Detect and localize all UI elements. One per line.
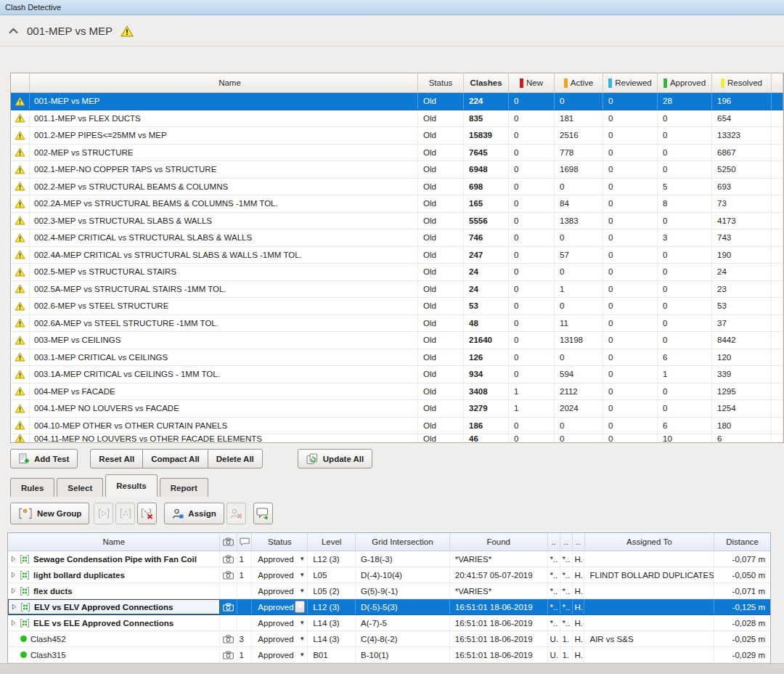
results-column-header-found[interactable]: Found <box>450 533 548 551</box>
results-column-header-grid-intersection[interactable]: Grid Intersection <box>356 533 450 551</box>
results-column-header-dots-2[interactable]: .. <box>560 533 573 551</box>
clash-test-row[interactable]: 002.2A-MEP vs STRUCTURAL BEAMS & COLUMNS… <box>11 195 783 213</box>
test-new-cell: 1 <box>509 383 555 400</box>
status-dropdown[interactable]: ▼ <box>299 572 305 578</box>
test-status-cell: Old <box>418 366 464 383</box>
collapse-chevron-icon[interactable] <box>8 28 19 34</box>
result-level-cell: L12 (3) <box>308 599 356 614</box>
test-resolved-cell: 37 <box>712 315 772 332</box>
result-row[interactable]: Clash3151Approved▼B01B-10(1)16:51:01 18-… <box>8 647 770 663</box>
result-row[interactable]: flex ductsApproved▼L05 (2)G(5)-9(-1)*VAR… <box>8 583 770 599</box>
result-row[interactable]: Clash4523Approved▼L14 (3)C(4)-8(-2)16:51… <box>8 631 770 647</box>
clash-test-row[interactable]: 004.11-MEP NO LOUVERS vs OTHER FACADE EL… <box>11 434 783 442</box>
column-header-resolved[interactable]: Resolved <box>712 73 772 92</box>
explode-group-button[interactable] <box>137 503 157 524</box>
results-column-header-level[interactable]: Level <box>308 533 356 551</box>
result-grid-cell: C(4)-8(-2) <box>356 631 450 646</box>
test-status-cell: Old <box>418 332 464 349</box>
clash-test-row[interactable]: 003.1A-MEP CRITICAL vs CEILINGS - 1MM TO… <box>11 366 783 383</box>
clash-test-row[interactable]: 004-MEP vs FACADEOld340812112001295 <box>11 383 783 401</box>
compact-all-button[interactable]: Compact All <box>142 449 208 468</box>
status-dropdown[interactable]: ▼ <box>299 556 305 562</box>
clash-test-row[interactable]: 002.5A-MEP vs STRUCTURAL STAIRS -1MM TOL… <box>11 281 783 299</box>
expand-arrow-icon[interactable] <box>11 588 16 594</box>
expand-arrow-icon[interactable] <box>11 556 16 562</box>
column-header-status[interactable]: Status <box>418 73 464 92</box>
column-header-clashes[interactable]: Clashes <box>464 73 509 92</box>
clash-test-row[interactable]: 003-MEP vs CEILINGSOld21640013198008442 <box>11 332 783 349</box>
status-dropdown[interactable]: ▼ <box>299 620 305 626</box>
tab-results[interactable]: Results <box>105 474 158 497</box>
result-row[interactable]: ELV vs ELV Approved ConnectionsApproved▼… <box>8 599 770 615</box>
results-column-header-dots-1[interactable]: .. <box>548 533 560 551</box>
clash-test-row[interactable]: 003.1-MEP CRITICAL vs CEILINGSOld1260006… <box>11 349 783 367</box>
result-comments-count-cell <box>237 615 252 630</box>
test-approved-cell: 0 <box>658 145 712 161</box>
test-actions-bar: Add Test Reset All Compact All Delete Al… <box>10 449 372 468</box>
result-row[interactable]: Sewage Condensation Pipe with Fan Coil1A… <box>8 551 770 567</box>
results-table-header: Name Status Level Grid Intersection Foun… <box>8 533 770 551</box>
tab-select[interactable]: Select <box>57 478 103 497</box>
test-clashes-cell: 53 <box>464 298 509 314</box>
add-test-button[interactable]: Add Test <box>10 449 78 468</box>
results-column-header-camera[interactable] <box>220 533 237 551</box>
clash-test-row[interactable]: 002.5-MEP vs STRUCTURAL STAIRSOld2400002… <box>11 264 783 281</box>
test-approved-cell: 0 <box>658 264 712 280</box>
results-column-header-dots-3[interactable]: .. <box>573 533 585 551</box>
results-column-header-distance[interactable]: Distance <box>714 533 770 551</box>
status-dropdown[interactable]: ▼ <box>299 651 305 658</box>
results-column-header-comments[interactable] <box>237 533 252 551</box>
delete-all-button[interactable]: Delete All <box>208 449 263 468</box>
clash-test-row[interactable]: 002.6-MEP vs STEEL STRUCTUREOld53000053 <box>11 298 783 315</box>
test-filler-cell <box>772 247 783 264</box>
clash-test-row[interactable]: 004.1-MEP NO LOUVERS vs FACADEOld3279120… <box>11 400 783 418</box>
clash-test-row[interactable]: 002.4-MEP CRITICAL vs STRUCTURAL SLABS &… <box>11 230 783 247</box>
status-dropdown[interactable]: ▼ <box>295 601 305 613</box>
result-row[interactable]: light bollard duplicates1Approved▼L05D(-… <box>8 567 770 583</box>
results-column-header-status[interactable]: Status <box>252 533 308 551</box>
test-resolved-cell: 23 <box>712 281 772 298</box>
result-assigned-cell <box>584 583 714 598</box>
expand-arrow-icon[interactable] <box>12 604 17 610</box>
assign-button[interactable]: Assign <box>164 503 224 524</box>
column-header-reviewed[interactable]: Reviewed <box>603 73 658 92</box>
reset-all-button[interactable]: Reset All <box>90 449 143 468</box>
clash-test-row[interactable]: 002.2-MEP vs STRUCTURAL BEAMS & COLUMNSO… <box>11 179 783 196</box>
test-name-cell: 004-MEP vs FACADE <box>30 383 418 400</box>
column-header-new[interactable]: New <box>509 73 555 92</box>
clash-test-row[interactable]: 001.2-MEP PIPES<=25MM vs MEPOld158390251… <box>11 127 783 145</box>
test-resolved-cell: 654 <box>712 110 772 127</box>
clash-test-row[interactable]: 002.4A-MEP CRITICAL vs STRUCTURAL SLABS … <box>11 247 783 264</box>
update-all-button[interactable]: Update All <box>298 449 372 468</box>
test-resolved-cell: 693 <box>712 179 772 195</box>
status-dropdown[interactable]: ▼ <box>299 588 305 594</box>
clash-test-row[interactable]: 001.1-MEP vs FLEX DUCTSOld835018100654 <box>11 110 783 128</box>
add-comment-button[interactable] <box>253 503 273 524</box>
results-column-header-assigned-to[interactable]: Assigned To <box>585 533 715 551</box>
tab-report[interactable]: Report <box>160 478 208 497</box>
clash-test-row[interactable]: 001-MEP vs MEPOld22400028196 <box>11 93 783 110</box>
expand-arrow-icon[interactable] <box>11 620 16 626</box>
status-dropdown[interactable]: ▼ <box>299 636 305 642</box>
result-row[interactable]: ELE vs ELE Approved ConnectionsApproved▼… <box>8 615 770 631</box>
test-name-cell: 002-MEP vs STRUCTURE <box>30 145 418 161</box>
expand-arrow-icon[interactable] <box>11 572 16 578</box>
tab-rules[interactable]: Rules <box>10 478 54 497</box>
results-column-header-name[interactable]: Name <box>8 533 220 551</box>
clash-test-row[interactable]: 004.10-MEP OTHER vs OTHER CURTAIN PANELS… <box>11 418 783 435</box>
clash-test-row[interactable]: 002.6A-MEP vs STEEL STRUCTURE -1MM TOL.O… <box>11 315 783 333</box>
test-filler-cell <box>772 418 783 434</box>
new-group-button[interactable]: New Group <box>10 503 89 524</box>
test-resolved-cell: 6867 <box>712 145 772 161</box>
column-header-approved[interactable]: Approved <box>658 73 712 92</box>
test-clashes-cell: 698 <box>464 179 509 195</box>
column-header-active[interactable]: Active <box>555 73 603 92</box>
test-resolved-cell: 13323 <box>712 127 772 144</box>
test-filler-cell <box>772 213 783 230</box>
column-header-row-icon[interactable] <box>11 73 30 92</box>
column-header-name[interactable]: Name <box>30 73 418 92</box>
group-icon <box>20 602 30 612</box>
clash-test-row[interactable]: 002-MEP vs STRUCTUREOld76450778006867 <box>11 145 783 162</box>
clash-test-row[interactable]: 002.3-MEP vs STRUCTURAL SLABS & WALLSOld… <box>11 213 783 230</box>
clash-test-row[interactable]: 002.1-MEP-NO COPPER TAPS vs STRUCTUREOld… <box>11 161 783 179</box>
